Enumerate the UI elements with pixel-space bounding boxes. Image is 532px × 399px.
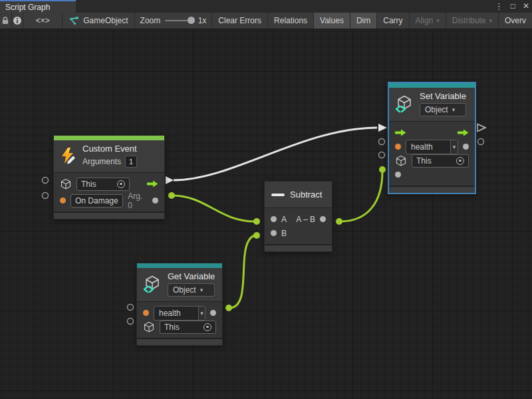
close-icon[interactable]: ✕ [523, 0, 529, 13]
distribute-button: Distribute ▾ [446, 13, 499, 29]
cube-icon [395, 155, 407, 167]
info-icon [13, 16, 22, 25]
chevron-down-icon: ▾ [489, 17, 492, 24]
arguments-label: Arguments [82, 157, 121, 166]
variable-scope-dropdown[interactable]: Object ▾ [168, 283, 215, 297]
input-stub-customevent-name[interactable] [43, 193, 49, 199]
value-output-stub-setvariable-post[interactable] [478, 139, 484, 145]
input-stub-setvariable-name[interactable] [379, 139, 385, 145]
custom-event-target-row: This [54, 177, 164, 191]
subtract-row-a: A A – B [265, 212, 332, 226]
node-set-variable[interactable]: Set Variable Object ▾ [388, 82, 476, 194]
value-output-stub-getvariable[interactable] [225, 305, 232, 311]
target-field[interactable]: This [160, 321, 216, 334]
variable-name-dropdown[interactable]: health ▾ [406, 140, 458, 154]
object-picker-icon[interactable] [203, 323, 211, 331]
variable-name-port[interactable] [395, 144, 401, 150]
value-input-stub-subtract-a[interactable] [253, 218, 260, 225]
flow-input-port[interactable] [395, 129, 406, 136]
clear-errors-button[interactable]: Clear Errors [212, 13, 268, 29]
node-custom-event[interactable]: Custom Event Arguments 1 This [53, 135, 165, 219]
variable-name-port[interactable] [143, 310, 149, 316]
wire-value-getvariable-subtract-b[interactable] [229, 235, 255, 308]
output-port[interactable] [320, 216, 326, 222]
wire-flow-customevent-setvariable[interactable] [174, 128, 377, 180]
event-name-port[interactable] [60, 198, 66, 203]
input-stub-getvariable-target[interactable] [128, 319, 134, 325]
variable-scope-dropdown[interactable]: Object ▾ [420, 103, 466, 116]
flow-output-port[interactable] [147, 180, 158, 188]
node-footer [137, 338, 222, 345]
subtract-header: Subtract [265, 182, 332, 208]
input-a-port[interactable] [271, 216, 277, 222]
node-footer [265, 245, 332, 251]
object-picker-icon[interactable] [456, 157, 464, 165]
get-variable-body: health ▾ This [137, 302, 222, 338]
graph-canvas[interactable]: Custom Event Arguments 1 This [0, 29, 532, 399]
event-name-field[interactable]: On Damage [70, 194, 123, 207]
target-field[interactable]: This [412, 154, 469, 168]
value-input-port[interactable] [395, 172, 401, 178]
align-button: Align ▾ [410, 13, 446, 29]
window-menu-icon[interactable]: ⋮ [495, 0, 503, 13]
node-footer [389, 186, 475, 193]
target-field[interactable]: This [76, 178, 130, 191]
variable-icon [142, 275, 162, 293]
flow-output-port[interactable] [458, 129, 469, 136]
value-output-port[interactable] [463, 144, 469, 150]
new-value-row [389, 168, 475, 182]
object-picker-icon[interactable] [117, 180, 125, 188]
wire-value-arg0-subtract-a[interactable] [172, 196, 255, 221]
gameobject-label: GameObject [83, 16, 128, 25]
variable-name-row: health ▾ [137, 306, 222, 320]
input-stub-customevent-target[interactable] [43, 178, 49, 184]
input-stub-setvariable-target[interactable] [379, 152, 385, 158]
code-glyph: <×> [36, 16, 50, 25]
cube-icon [143, 321, 155, 333]
node-footer [54, 212, 164, 219]
tab-title: Script Graph [5, 3, 50, 12]
variable-icon [394, 95, 414, 113]
set-variable-header: Set Variable Object ▾ [389, 88, 475, 122]
variable-name-dropdown[interactable]: health ▾ [154, 306, 205, 321]
variable-target-row: This [137, 320, 222, 334]
graph-owner-icon [68, 17, 78, 25]
value-output-stub-subtract[interactable] [336, 218, 342, 225]
subtract-body: A A – B B [265, 208, 332, 245]
window-controls: ⋮ □ ✕ [495, 0, 529, 13]
gameobject-button[interactable]: GameObject [63, 13, 134, 29]
maximize-icon[interactable]: □ [511, 0, 515, 13]
input-stub-getvariable-name[interactable] [128, 305, 134, 311]
lock-button[interactable] [0, 13, 12, 29]
subtract-row-b: B [265, 226, 332, 240]
node-subtract[interactable]: Subtract A A – B B [264, 181, 332, 252]
arg0-label: Arg. 0 [128, 192, 148, 210]
zoom-slider[interactable] [165, 20, 193, 21]
tab-script-graph[interactable]: Script Graph [0, 0, 76, 13]
input-b-port[interactable] [271, 230, 277, 236]
info-button[interactable] [12, 13, 24, 29]
wire-value-subtract-setvariable[interactable] [340, 171, 382, 221]
set-variable-body: health ▾ This [389, 122, 475, 186]
value-input-stub-setvariable[interactable] [379, 166, 386, 173]
value-input-stub-subtract-b[interactable] [253, 232, 260, 239]
overview-button[interactable]: Overv [499, 13, 532, 29]
arguments-count-field[interactable]: 1 [125, 156, 137, 168]
values-toggle[interactable]: Values [314, 13, 350, 29]
zoom-slider-handle[interactable] [188, 17, 195, 24]
relations-button[interactable]: Relations [268, 13, 314, 29]
edit-graph-button[interactable]: <×> [23, 13, 63, 29]
input-b-label: B [281, 229, 287, 238]
value-output-port[interactable] [210, 310, 216, 316]
arg0-output-port[interactable] [152, 198, 158, 203]
custom-event-args-row: On Damage Arg. 0 [54, 194, 164, 207]
value-output-stub-arg0[interactable] [168, 192, 175, 199]
dim-toggle[interactable]: Dim [350, 13, 377, 29]
lock-icon [1, 16, 10, 25]
flow-arrowhead-setvariable [378, 124, 387, 132]
flow-output-stub-customevent[interactable] [166, 176, 174, 184]
flow-output-stub-setvariable[interactable] [477, 124, 485, 132]
carry-toggle[interactable]: Carry [377, 13, 409, 29]
node-get-variable[interactable]: Get Variable Object ▾ health ▾ [136, 263, 223, 346]
chevron-down-icon: ▾ [450, 140, 458, 154]
